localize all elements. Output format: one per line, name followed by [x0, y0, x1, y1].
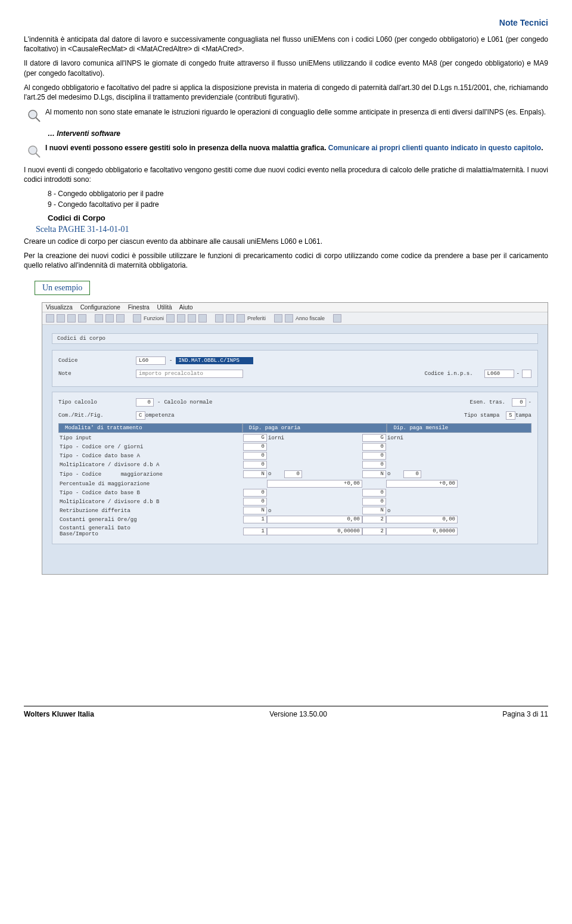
val[interactable]: N — [243, 470, 267, 478]
magnifier-icon — [26, 108, 43, 125]
app-window: Visualizza Configurazione Finestra Utili… — [42, 302, 548, 575]
val[interactable]: 0 — [362, 489, 386, 497]
tool-icon[interactable] — [67, 314, 76, 323]
note-text-2: I nuovi eventi possono essere gestiti so… — [45, 144, 548, 152]
desc: o — [387, 471, 390, 477]
lbl: Costanti generali Dato Base/Importo — [58, 525, 172, 538]
toolbar-funzioni[interactable]: Funzioni — [144, 315, 164, 321]
tool-icon[interactable] — [116, 314, 125, 323]
val[interactable]: 0 — [362, 461, 386, 469]
toolbar-anno[interactable]: Anno fiscale — [296, 315, 325, 321]
note-input[interactable]: importo precalcolato — [136, 370, 243, 378]
form-header-block: Codice L60 - IND.MAT.OBBL.C/INPS Note im… — [52, 350, 538, 387]
codinps-label: Codice i.n.p.s. — [425, 371, 484, 377]
val[interactable]: G — [362, 434, 386, 442]
desc: o — [386, 507, 458, 514]
menu-aiuto[interactable]: Aiuto — [179, 304, 193, 311]
tab-row: Modalita' di trattamento Dip. paga orari… — [58, 423, 531, 433]
val[interactable]: 1 — [243, 516, 267, 523]
tool-icon[interactable] — [333, 314, 341, 323]
val[interactable]: 0,00000 — [386, 528, 458, 535]
val[interactable]: N — [362, 470, 386, 478]
grid-row: Percentuale di maggiorazione +0,00 +0,00 — [58, 480, 531, 488]
val[interactable]: 0,00 — [267, 516, 362, 523]
val[interactable]: 0 — [243, 461, 267, 469]
com-desc: ompetenza — [145, 413, 175, 418]
val[interactable]: 0 — [362, 498, 386, 506]
val[interactable]: 0 — [243, 452, 267, 460]
tab-mensile[interactable]: Dip. paga mensile — [387, 423, 531, 433]
lbl: Moltiplicatore / divisore d.b A — [58, 461, 172, 469]
lbl: Retribuzione differita — [58, 507, 172, 514]
tool-icon[interactable] — [215, 314, 223, 323]
val[interactable]: 0 — [243, 498, 267, 506]
tab-oraria[interactable]: Dip. paga oraria — [243, 423, 387, 433]
val[interactable]: 0 — [362, 452, 386, 460]
val[interactable]: +0,00 — [267, 480, 362, 488]
tool-icon[interactable] — [274, 314, 282, 323]
lbl: Costanti generali Ore/gg — [58, 516, 172, 523]
lbl: maggiorazione — [121, 472, 163, 477]
list-item-8: 8 - Congedo obbligatorio per il padre — [48, 190, 548, 198]
tool-icon[interactable] — [177, 314, 185, 323]
tool-icon[interactable] — [188, 314, 196, 323]
menu-configurazione[interactable]: Configurazione — [80, 304, 120, 311]
val[interactable]: N — [362, 507, 386, 514]
tool-icon[interactable] — [46, 314, 54, 323]
menu-utilita[interactable]: Utilità — [157, 304, 172, 311]
desc: iorni — [386, 435, 458, 442]
menu-finestra[interactable]: Finestra — [128, 304, 150, 311]
toolbar[interactable]: Funzioni Preferiti Anno fiscale — [42, 312, 548, 325]
tool-icon[interactable] — [285, 314, 293, 323]
tipostampa-input[interactable]: S — [506, 411, 515, 420]
val[interactable]: 0 — [362, 443, 386, 451]
menubar[interactable]: Visualizza Configurazione Finestra Utili… — [42, 303, 548, 312]
tool-icon[interactable] — [95, 314, 103, 323]
val[interactable]: G — [243, 434, 267, 442]
tool-icon[interactable] — [78, 314, 86, 323]
codice-input[interactable]: L60 — [136, 356, 166, 365]
tool-icon[interactable] — [57, 314, 65, 323]
tool-icon[interactable] — [166, 314, 175, 323]
val[interactable]: 1 — [243, 528, 267, 535]
desc: o — [267, 507, 362, 514]
val[interactable]: 0 — [243, 443, 267, 451]
menu-visualizza[interactable]: Visualizza — [46, 304, 73, 311]
paragraph-6: Per la creazione dei nuovi codici è poss… — [24, 251, 548, 270]
magnifier-icon — [26, 144, 43, 160]
val[interactable]: N — [243, 507, 267, 514]
tool-icon[interactable] — [226, 314, 234, 323]
codinps-ext[interactable] — [522, 370, 531, 378]
val[interactable]: 2 — [362, 528, 386, 535]
footer-right: Pagina 3 di 11 — [502, 710, 548, 718]
com-input[interactable]: C — [136, 411, 145, 420]
tool-icon[interactable] — [133, 314, 141, 323]
val[interactable]: 0,00000 — [267, 528, 362, 535]
codice-label: Codice — [58, 358, 136, 364]
lbl: Tipo - Codice — [60, 472, 101, 477]
tipocalcolo-input[interactable]: 0 — [136, 398, 154, 407]
tool-icon[interactable] — [105, 314, 114, 323]
tool-icon[interactable] — [198, 314, 207, 323]
val[interactable]: +0,00 — [386, 480, 458, 488]
val[interactable]: 0,00 — [386, 516, 458, 523]
grid-row: Tipo - Codice dato base A 0 0 — [58, 452, 531, 460]
val[interactable]: 2 — [362, 516, 386, 523]
tool-icon[interactable] — [237, 314, 245, 323]
val[interactable]: 0 — [284, 470, 302, 478]
grid-row: Tipo - Codice dato base B 0 0 — [58, 489, 531, 497]
lbl: Tipo - Codice dato base A — [58, 452, 172, 460]
val[interactable]: 0 — [403, 470, 421, 478]
footer-left: Wolters Kluwer Italia — [24, 710, 94, 718]
codinps-input[interactable]: L060 — [484, 370, 514, 378]
toolbar-preferiti[interactable]: Preferiti — [247, 315, 266, 321]
codice-desc[interactable]: IND.MAT.OBBL.C/INPS — [176, 357, 253, 364]
esen-input[interactable]: 0 — [512, 398, 526, 407]
tab-modalita[interactable]: Modalita' di trattamento — [58, 423, 243, 433]
list-item-9: 9 - Congedo facoltativo per il padre — [48, 200, 548, 209]
codici-heading: Codici di Corpo — [48, 213, 548, 222]
grid-row: Moltiplicatore / divisore d.b B 0 0 — [58, 498, 531, 506]
tipocalcolo-desc: Calcolo normale — [164, 399, 212, 405]
val[interactable]: 0 — [243, 489, 267, 497]
desc: o — [268, 471, 271, 477]
